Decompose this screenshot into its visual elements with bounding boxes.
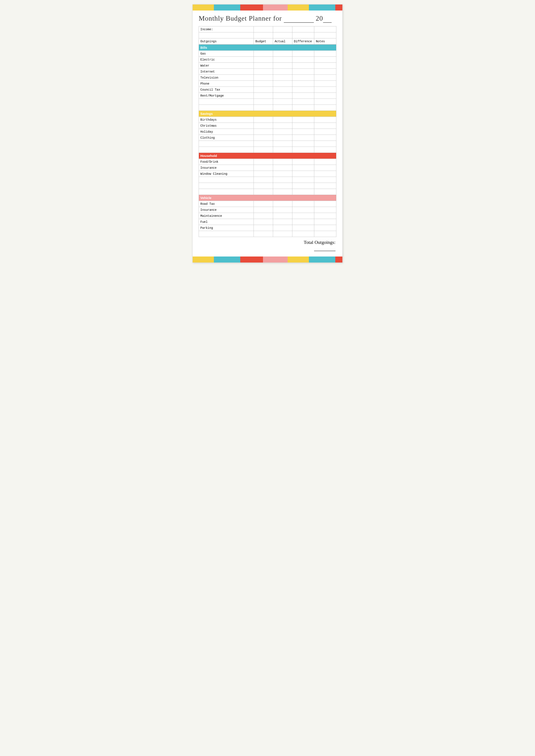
cell-notes-3-5[interactable] (314, 231, 336, 237)
cell-diff-1-1[interactable] (292, 123, 314, 129)
cell-actual-0-7[interactable] (273, 93, 293, 99)
cell-budget-1-1[interactable] (254, 123, 273, 129)
cell-actual-0-0[interactable] (273, 51, 293, 57)
cell-diff-1-4[interactable] (292, 141, 314, 147)
cell-notes-0-7[interactable] (314, 93, 336, 99)
cell-actual-1-2[interactable] (273, 129, 293, 135)
cell-notes-3-3[interactable] (314, 219, 336, 225)
cell-diff-0-9[interactable] (292, 105, 314, 111)
cell-notes-1-4[interactable] (314, 141, 336, 147)
income-budget[interactable] (254, 26, 273, 32)
cell-diff-0-0[interactable] (292, 51, 314, 57)
cell-budget-3-2[interactable] (254, 213, 273, 219)
cell-budget-0-4[interactable] (254, 75, 273, 81)
cell-budget-0-1[interactable] (254, 57, 273, 63)
cell-actual-3-4[interactable] (273, 225, 293, 231)
cell-actual-1-1[interactable] (273, 123, 293, 129)
income-diff[interactable] (292, 26, 314, 32)
cell-actual-3-2[interactable] (273, 213, 293, 219)
cell-budget-1-0[interactable] (254, 117, 273, 123)
cell-notes-2-3[interactable] (314, 177, 336, 183)
cell-actual-3-1[interactable] (273, 207, 293, 213)
cell-notes-0-2[interactable] (314, 63, 336, 69)
cell-actual-2-3[interactable] (273, 177, 293, 183)
cell-notes-2-5[interactable] (314, 189, 336, 195)
cell-diff-0-2[interactable] (292, 63, 314, 69)
cell-actual-3-0[interactable] (273, 201, 293, 207)
cell-notes-3-2[interactable] (314, 213, 336, 219)
income-actual[interactable] (273, 26, 293, 32)
cell-notes-2-0[interactable] (314, 159, 336, 165)
cell-budget-3-3[interactable] (254, 219, 273, 225)
cell-diff-0-6[interactable] (292, 87, 314, 93)
cell-actual-0-6[interactable] (273, 87, 293, 93)
cell-diff-3-1[interactable] (292, 207, 314, 213)
cell-budget-0-6[interactable] (254, 87, 273, 93)
cell-notes-2-1[interactable] (314, 165, 336, 171)
cell-diff-3-5[interactable] (292, 231, 314, 237)
cell-notes-1-1[interactable] (314, 123, 336, 129)
cell-diff-0-5[interactable] (292, 81, 314, 87)
cell-notes-0-1[interactable] (314, 57, 336, 63)
cell-diff-1-0[interactable] (292, 117, 314, 123)
cell-budget-0-5[interactable] (254, 81, 273, 87)
cell-diff-2-4[interactable] (292, 183, 314, 189)
cell-budget-0-0[interactable] (254, 51, 273, 57)
cell-budget-3-5[interactable] (254, 231, 273, 237)
cell-notes-0-3[interactable] (314, 69, 336, 75)
cell-notes-1-2[interactable] (314, 129, 336, 135)
cell-notes-0-8[interactable] (314, 99, 336, 105)
cell-notes-1-0[interactable] (314, 117, 336, 123)
cell-notes-0-0[interactable] (314, 51, 336, 57)
cell-actual-2-5[interactable] (273, 189, 293, 195)
cell-actual-2-2[interactable] (273, 171, 293, 177)
cell-actual-0-8[interactable] (273, 99, 293, 105)
cell-budget-2-2[interactable] (254, 171, 273, 177)
cell-budget-1-3[interactable] (254, 135, 273, 141)
cell-notes-3-1[interactable] (314, 207, 336, 213)
cell-diff-2-5[interactable] (292, 189, 314, 195)
cell-diff-1-5[interactable] (292, 147, 314, 153)
cell-diff-3-4[interactable] (292, 225, 314, 231)
cell-budget-1-4[interactable] (254, 141, 273, 147)
cell-budget-0-9[interactable] (254, 105, 273, 111)
cell-budget-1-2[interactable] (254, 129, 273, 135)
cell-notes-0-6[interactable] (314, 87, 336, 93)
cell-actual-3-5[interactable] (273, 231, 293, 237)
cell-diff-0-8[interactable] (292, 99, 314, 105)
cell-diff-0-4[interactable] (292, 75, 314, 81)
year-blank[interactable] (323, 15, 332, 23)
cell-budget-2-1[interactable] (254, 165, 273, 171)
cell-diff-3-3[interactable] (292, 219, 314, 225)
cell-actual-1-5[interactable] (273, 147, 293, 153)
cell-budget-0-7[interactable] (254, 93, 273, 99)
cell-budget-2-5[interactable] (254, 189, 273, 195)
cell-budget-0-8[interactable] (254, 99, 273, 105)
cell-actual-0-5[interactable] (273, 81, 293, 87)
cell-diff-2-2[interactable] (292, 171, 314, 177)
cell-budget-0-2[interactable] (254, 63, 273, 69)
cell-actual-2-1[interactable] (273, 165, 293, 171)
cell-actual-2-4[interactable] (273, 183, 293, 189)
cell-actual-2-0[interactable] (273, 159, 293, 165)
total-value[interactable] (314, 245, 335, 251)
cell-notes-2-2[interactable] (314, 171, 336, 177)
cell-diff-0-3[interactable] (292, 69, 314, 75)
cell-budget-2-0[interactable] (254, 159, 273, 165)
cell-notes-1-5[interactable] (314, 147, 336, 153)
cell-diff-1-2[interactable] (292, 129, 314, 135)
cell-actual-0-1[interactable] (273, 57, 293, 63)
cell-budget-3-4[interactable] (254, 225, 273, 231)
cell-notes-3-0[interactable] (314, 201, 336, 207)
cell-diff-0-1[interactable] (292, 57, 314, 63)
cell-diff-3-0[interactable] (292, 201, 314, 207)
cell-actual-0-2[interactable] (273, 63, 293, 69)
cell-notes-0-5[interactable] (314, 81, 336, 87)
cell-diff-0-7[interactable] (292, 93, 314, 99)
cell-notes-1-3[interactable] (314, 135, 336, 141)
income-notes[interactable] (314, 26, 336, 32)
cell-budget-3-1[interactable] (254, 207, 273, 213)
cell-budget-2-3[interactable] (254, 177, 273, 183)
cell-actual-3-3[interactable] (273, 219, 293, 225)
cell-budget-1-5[interactable] (254, 147, 273, 153)
